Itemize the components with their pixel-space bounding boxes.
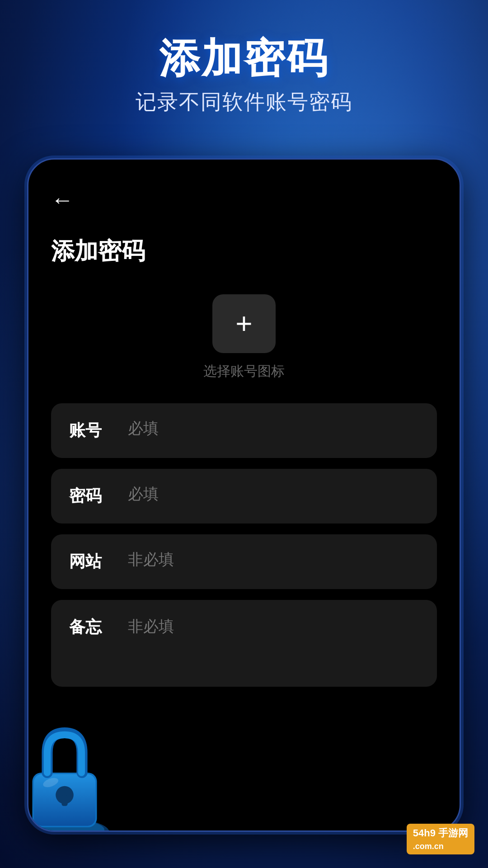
back-button-area[interactable]: ←: [51, 187, 437, 213]
lock-decoration: [27, 713, 114, 832]
memo-input[interactable]: [128, 616, 419, 670]
account-label: 账号: [69, 420, 119, 442]
phone-page-title: 添加密码: [51, 236, 437, 267]
password-input[interactable]: [128, 485, 419, 503]
password-label: 密码: [69, 485, 119, 507]
back-arrow-icon[interactable]: ←: [51, 187, 74, 213]
account-field: 账号: [51, 403, 437, 458]
form-container: 账号 密码 网站 备忘: [51, 403, 437, 687]
account-input[interactable]: [128, 420, 419, 437]
svg-rect-5: [61, 795, 67, 806]
icon-picker-label: 选择账号图标: [203, 362, 285, 381]
memo-field: 备忘: [51, 600, 437, 687]
website-field: 网站: [51, 534, 437, 589]
password-field: 密码: [51, 469, 437, 524]
icon-picker-area: + 选择账号图标: [51, 294, 437, 381]
header-area: 添加密码 记录不同软件账号密码: [0, 0, 488, 134]
sub-title: 记录不同软件账号密码: [0, 88, 488, 116]
add-icon-button[interactable]: +: [212, 294, 276, 353]
watermark: 54h9 手游网.com.cn: [407, 824, 474, 854]
memo-label: 备忘: [69, 616, 119, 638]
website-label: 网站: [69, 551, 119, 573]
website-input[interactable]: [128, 551, 419, 568]
plus-icon: +: [235, 309, 252, 338]
phone-mockup: ← 添加密码 + 选择账号图标 账号 密码 网站: [27, 158, 461, 832]
watermark-text: 54h9 手游网.com.cn: [413, 827, 468, 851]
main-title: 添加密码: [0, 36, 488, 81]
